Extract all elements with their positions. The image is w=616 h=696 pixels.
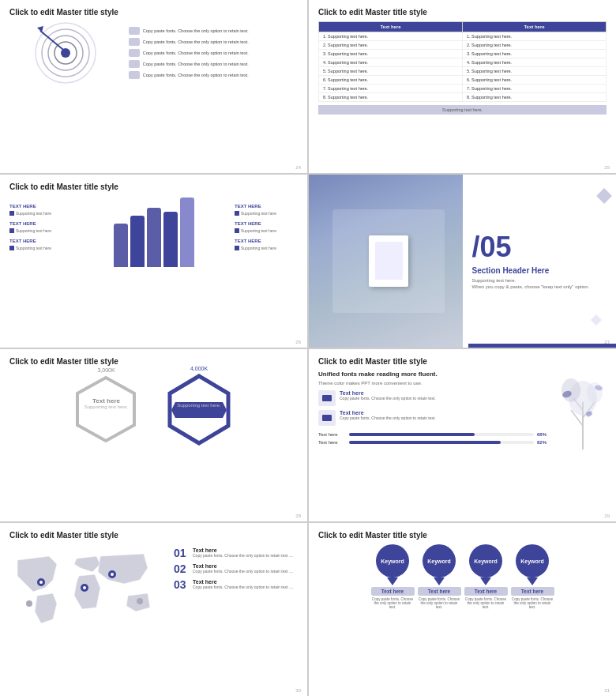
bar-1: 47% bbox=[114, 218, 128, 267]
tree-decoration bbox=[559, 371, 607, 453]
left-sq-3 bbox=[9, 246, 14, 250]
left-label-2: TEXT HERE bbox=[9, 221, 73, 226]
slide-1: Click to edit Master title style Copy pa… bbox=[0, 0, 307, 173]
pin-4-label: Text here bbox=[511, 587, 554, 596]
icon-paste-4 bbox=[129, 60, 140, 68]
slide-2-num: 25 bbox=[604, 165, 610, 170]
item-num-1: 01 bbox=[174, 547, 190, 559]
slide-8-pins: Keyword Text here Copy paste fonts. Choo… bbox=[318, 544, 607, 609]
item-label-3: Text here bbox=[193, 579, 293, 585]
item-num-2: 02 bbox=[174, 563, 190, 574]
slide-1-bullet-1: Copy paste fonts. Choose the only option… bbox=[129, 27, 298, 35]
slide-grid: Click to edit Master title style Copy pa… bbox=[0, 0, 616, 696]
bar-2-fill bbox=[349, 441, 501, 444]
pin-4-tail bbox=[527, 577, 538, 585]
bar-1-fill bbox=[349, 433, 475, 436]
slide-1-bullet-3: Copy paste fonts. Choose the only option… bbox=[129, 49, 298, 57]
left-sq-2 bbox=[9, 228, 14, 233]
slide-1-content: Copy paste fonts. Choose the only option… bbox=[9, 21, 298, 85]
svg-point-21 bbox=[39, 581, 43, 584]
hex-svg-gray bbox=[73, 374, 140, 445]
svg-point-15 bbox=[562, 378, 580, 402]
pin-2-desc: Copy paste fonts. Choose the only option… bbox=[418, 597, 461, 609]
pin-3-desc: Copy paste fonts. Choose the only option… bbox=[464, 597, 508, 609]
table-row: 7. Supporting text here. bbox=[463, 85, 607, 93]
right-label-1: TEXT HERE bbox=[235, 204, 298, 209]
table-row: 2. Supporting text here. bbox=[319, 41, 463, 50]
slide-5: Click to edit Master title style 3,000K … bbox=[0, 349, 307, 522]
list-item: 03 Text here Copy paste fonts. Choose th… bbox=[174, 579, 298, 590]
bar-1-label: Text here bbox=[318, 432, 346, 437]
bar-3: 71% bbox=[147, 202, 161, 267]
slide-7-num: 30 bbox=[295, 688, 301, 693]
table-row: 3. Supporting text here. bbox=[319, 50, 463, 58]
svg-point-27 bbox=[137, 598, 143, 604]
item-2-desc: Copy paste fonts. Choose the only option… bbox=[340, 416, 436, 420]
icon-paste-3 bbox=[129, 49, 140, 57]
col2-header: Text here bbox=[463, 22, 607, 32]
right-sq-3 bbox=[235, 246, 239, 250]
bar-1-pct: 68% bbox=[537, 432, 553, 437]
item-desc-1: Copy paste fonts. Choose the only option… bbox=[193, 553, 293, 558]
list-item: 01 Text here Copy paste fonts. Choose th… bbox=[174, 547, 298, 559]
slide-5-title: Click to edit Master title style bbox=[9, 357, 298, 366]
item-desc-3: Copy paste fonts. Choose the only option… bbox=[193, 585, 293, 589]
left-label-3: TEXT HERE bbox=[9, 239, 73, 243]
pin-1-tail bbox=[387, 577, 398, 585]
slide-1-num: 24 bbox=[295, 165, 301, 170]
slide-7-items: 01 Text here Copy paste fonts. Choose th… bbox=[174, 544, 298, 634]
item-2-label: Text here bbox=[340, 410, 436, 416]
shape1-sub: Supporting text here. bbox=[85, 404, 129, 409]
shape1-val: 3,000K bbox=[97, 367, 115, 373]
slide-5-num: 28 bbox=[295, 514, 301, 518]
section-sub1: Supporting text here. bbox=[472, 278, 607, 283]
svg-point-23 bbox=[83, 586, 86, 589]
map-svg bbox=[9, 544, 167, 631]
diamond-deco-1 bbox=[596, 188, 612, 204]
shape-gray: 3,000K Text here Supporting text here. bbox=[73, 374, 140, 445]
item-2-icon bbox=[318, 410, 336, 426]
bar-row-1: Text here 68% bbox=[318, 432, 553, 437]
table-row: 1. Supporting text here. bbox=[463, 32, 607, 41]
pin-2: Keyword Text here Copy paste fonts. Choo… bbox=[418, 544, 461, 609]
list-item: 02 Text here Copy paste fonts. Choose th… bbox=[174, 563, 298, 574]
bar-2: 57% bbox=[130, 210, 145, 267]
slide-2-title: Click to edit Master title style bbox=[318, 8, 607, 17]
slide-3-num: 26 bbox=[295, 340, 301, 344]
shape1-label: Text here bbox=[85, 397, 129, 404]
table-row: 4. Supporting text here. bbox=[463, 58, 607, 67]
bar-5: 90% bbox=[180, 192, 194, 267]
pin-4-desc: Copy paste fonts. Choose the only option… bbox=[511, 597, 554, 609]
slide-5-shapes: 3,000K Text here Supporting text here. 4… bbox=[9, 372, 298, 447]
slide-3-title: Click to edit Master title style bbox=[9, 182, 298, 191]
shape2-label: Text here bbox=[177, 396, 221, 403]
hex-svg-blue bbox=[163, 372, 235, 447]
shape2-sub: Supporting text here. bbox=[177, 403, 221, 408]
slide-4-content: /05 Section Header Here Supporting text … bbox=[463, 175, 617, 348]
item-1-label: Text here bbox=[340, 390, 436, 396]
right-label-2: TEXT HERE bbox=[235, 221, 298, 226]
left-label-1: TEXT HERE bbox=[9, 204, 73, 209]
section-sub2: When you copy & paste, choose "keep text… bbox=[472, 284, 607, 289]
svg-point-26 bbox=[26, 600, 32, 607]
table-row: 5. Supporting text here. bbox=[463, 67, 607, 76]
slide-1-bullets: Copy paste fonts. Choose the only option… bbox=[129, 21, 298, 85]
shape-blue: 4,000K Text here Supporting text here. bbox=[163, 372, 235, 447]
slide-3: Click to edit Master title style TEXT HE… bbox=[0, 175, 307, 348]
table-row: 3. Supporting text here. bbox=[463, 50, 607, 58]
right-sq-1 bbox=[235, 211, 239, 216]
section-number: /05 bbox=[472, 233, 607, 261]
slide-2: Click to edit Master title style Text he… bbox=[309, 0, 616, 173]
table-row: 1. Supporting text here. bbox=[319, 32, 463, 41]
bar-row-2: Text here 82% bbox=[318, 440, 553, 445]
item-num-3: 03 bbox=[174, 579, 190, 590]
slide-6-num: 29 bbox=[604, 514, 610, 518]
slide-6-item-2: Text here Copy paste fonts. Choose the o… bbox=[318, 410, 553, 426]
right-label-3: TEXT HERE bbox=[235, 239, 298, 243]
slide-1-bullet-5: Copy paste fonts. Choose the only option… bbox=[129, 71, 298, 79]
slide-1-title: Click to edit Master title style bbox=[9, 8, 298, 17]
slide-6-item-1: Text here Copy paste fonts. Choose the o… bbox=[318, 390, 553, 406]
table-row: 6. Supporting text here. bbox=[319, 76, 463, 85]
item-desc-2: Copy paste fonts. Choose the only option… bbox=[193, 569, 293, 574]
icon-paste-2 bbox=[129, 38, 140, 46]
